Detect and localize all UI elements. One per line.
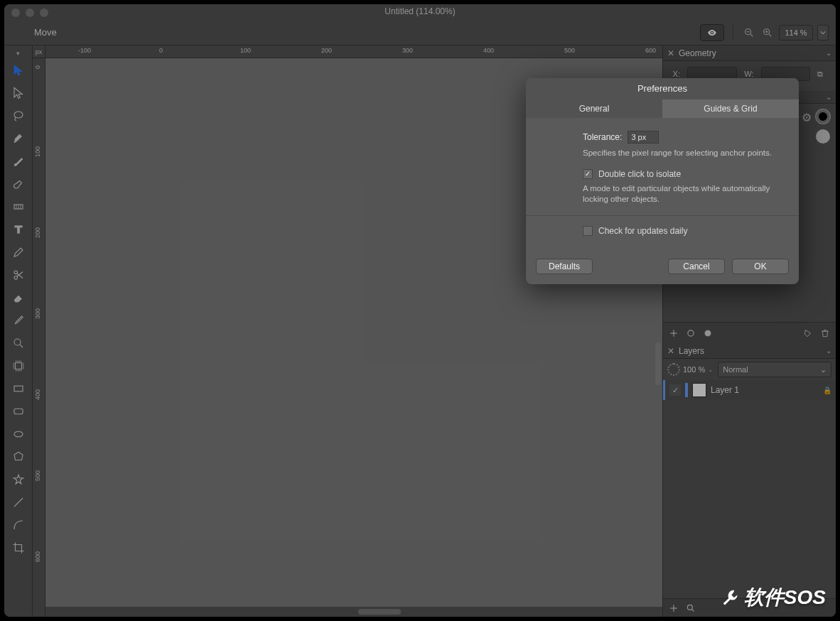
svg-rect-25 bbox=[14, 409, 23, 414]
zoom-out-button[interactable] bbox=[742, 26, 756, 40]
horizontal-scrollbar[interactable] bbox=[45, 607, 662, 617]
zoom-in-button[interactable] bbox=[760, 26, 775, 40]
search-icon[interactable] bbox=[686, 603, 696, 613]
tolerance-description: Specifies the pixel range for selecting … bbox=[583, 148, 782, 159]
chevron-down-icon: ⌄ bbox=[820, 365, 826, 374]
w-label: W: bbox=[744, 70, 754, 78]
layers-header[interactable]: ✕ Layers ⌄ bbox=[663, 343, 836, 359]
tool-palette: ▾ bbox=[4, 45, 33, 617]
ellipse-tool[interactable] bbox=[8, 423, 29, 445]
polygon-tool[interactable] bbox=[8, 446, 29, 468]
svg-line-5 bbox=[769, 34, 771, 36]
ring-icon[interactable] bbox=[686, 328, 696, 338]
svg-point-8 bbox=[14, 112, 23, 118]
add-layer-icon[interactable] bbox=[669, 603, 679, 613]
gradient-tool[interactable] bbox=[8, 196, 29, 217]
svg-point-32 bbox=[688, 330, 694, 335]
titlebar: Untitled (114.00%) bbox=[4, 4, 836, 20]
chevron-down-icon[interactable]: ⌄ bbox=[826, 93, 831, 101]
move-tool[interactable] bbox=[8, 60, 29, 81]
preview-button[interactable] bbox=[700, 24, 724, 41]
eyedropper-tool[interactable] bbox=[8, 310, 29, 331]
tab-guides-grid[interactable]: Guides & Grid bbox=[662, 99, 799, 118]
brush-tool[interactable] bbox=[8, 151, 29, 172]
svg-line-37 bbox=[692, 609, 694, 611]
trash-icon[interactable] bbox=[820, 328, 830, 338]
arc-tool[interactable] bbox=[8, 514, 29, 536]
toolbar-dropdown-icon[interactable]: ▾ bbox=[4, 48, 33, 58]
chevron-down-icon[interactable]: ⌄ bbox=[708, 366, 714, 373]
visibility-toggle[interactable]: ✓ bbox=[669, 384, 681, 396]
layer-row[interactable]: ✓ Layer 1 🔒 bbox=[663, 380, 836, 400]
crop-tool[interactable] bbox=[8, 537, 29, 558]
pen-tool[interactable] bbox=[8, 128, 29, 149]
isolate-description: A mode to edit particular objects while … bbox=[583, 183, 782, 205]
add-icon[interactable] bbox=[669, 328, 679, 338]
updates-checkbox[interactable] bbox=[583, 226, 593, 236]
svg-marker-27 bbox=[14, 452, 23, 460]
tab-general[interactable]: General bbox=[526, 99, 662, 118]
star-tool[interactable] bbox=[8, 469, 29, 490]
rectangle-tool[interactable] bbox=[8, 378, 29, 399]
ok-button[interactable]: OK bbox=[732, 259, 789, 274]
svg-point-17 bbox=[14, 339, 21, 345]
type-tool[interactable] bbox=[8, 219, 29, 240]
geometry-header[interactable]: ✕ Geometry ⌄ bbox=[663, 45, 836, 61]
cancel-button[interactable]: Cancel bbox=[668, 259, 725, 274]
circle-icon[interactable] bbox=[703, 328, 713, 338]
chevron-down-icon[interactable]: ⌄ bbox=[826, 347, 831, 355]
blend-mode-label: Normal bbox=[723, 365, 748, 374]
bucket-icon[interactable] bbox=[803, 328, 813, 338]
blob-brush-tool[interactable] bbox=[8, 173, 29, 195]
eraser-tool[interactable] bbox=[8, 287, 29, 308]
stroke-color[interactable] bbox=[816, 109, 830, 124]
eye-icon bbox=[705, 28, 719, 38]
horizontal-ruler[interactable]: -100 0 100 200 300 400 500 600 bbox=[45, 45, 662, 58]
chevron-down-icon[interactable]: ⌄ bbox=[826, 49, 831, 57]
zoom-tool[interactable] bbox=[8, 333, 29, 354]
opacity-value[interactable]: 100 % bbox=[683, 365, 705, 374]
watermark: 软件SOS bbox=[720, 584, 826, 611]
opacity-icon bbox=[667, 363, 680, 376]
svg-point-26 bbox=[14, 431, 23, 437]
logo-icon bbox=[720, 588, 740, 608]
lock-icon[interactable]: 🔒 bbox=[823, 387, 831, 394]
x-label: X: bbox=[670, 70, 680, 78]
isolate-checkbox[interactable] bbox=[583, 169, 593, 179]
gear-icon[interactable]: ⚙ bbox=[802, 111, 812, 124]
svg-rect-19 bbox=[15, 363, 21, 369]
window-title: Untitled (114.00%) bbox=[4, 6, 836, 16]
line-tool[interactable] bbox=[8, 492, 29, 513]
close-icon[interactable]: ✕ bbox=[667, 48, 674, 58]
direct-select-tool[interactable] bbox=[8, 82, 29, 104]
lasso-tool[interactable] bbox=[8, 105, 29, 126]
svg-point-36 bbox=[687, 605, 692, 610]
svg-line-29 bbox=[14, 498, 23, 507]
fill-color[interactable] bbox=[816, 129, 830, 144]
layer-thumbnail bbox=[692, 383, 706, 397]
defaults-button[interactable]: Defaults bbox=[536, 259, 593, 274]
rounded-rect-tool[interactable] bbox=[8, 401, 29, 422]
zoom-dropdown[interactable] bbox=[817, 25, 829, 40]
preferences-dialog: Preferences General Guides & Grid Tolera… bbox=[526, 78, 799, 284]
close-icon[interactable]: ✕ bbox=[667, 346, 674, 356]
blend-mode-select[interactable]: Normal ⌄ bbox=[718, 362, 831, 377]
scissors-tool[interactable] bbox=[8, 264, 29, 286]
appearance-footer bbox=[663, 322, 836, 343]
options-bar: Move 114 % bbox=[4, 20, 836, 45]
zoom-level-field[interactable]: 114 % bbox=[779, 25, 813, 40]
updates-label: Check for updates daily bbox=[598, 226, 687, 236]
svg-point-0 bbox=[711, 31, 713, 33]
ruler-unit-label[interactable]: px bbox=[33, 45, 45, 58]
modal-tabs: General Guides & Grid bbox=[526, 99, 799, 118]
vertical-ruler[interactable]: 0 100 200 300 400 500 600 bbox=[33, 58, 45, 617]
svg-marker-28 bbox=[14, 475, 23, 484]
layers-controls: 100 % ⌄ Normal ⌄ bbox=[663, 359, 836, 380]
link-icon[interactable]: ⧉ bbox=[817, 70, 829, 79]
artboard-tool[interactable] bbox=[8, 355, 29, 377]
pencil-tool[interactable] bbox=[8, 242, 29, 263]
layer-name[interactable]: Layer 1 bbox=[711, 385, 819, 395]
modal-title: Preferences bbox=[526, 78, 799, 99]
tolerance-field[interactable]: 3 px bbox=[628, 131, 659, 144]
svg-line-2 bbox=[750, 34, 753, 36]
